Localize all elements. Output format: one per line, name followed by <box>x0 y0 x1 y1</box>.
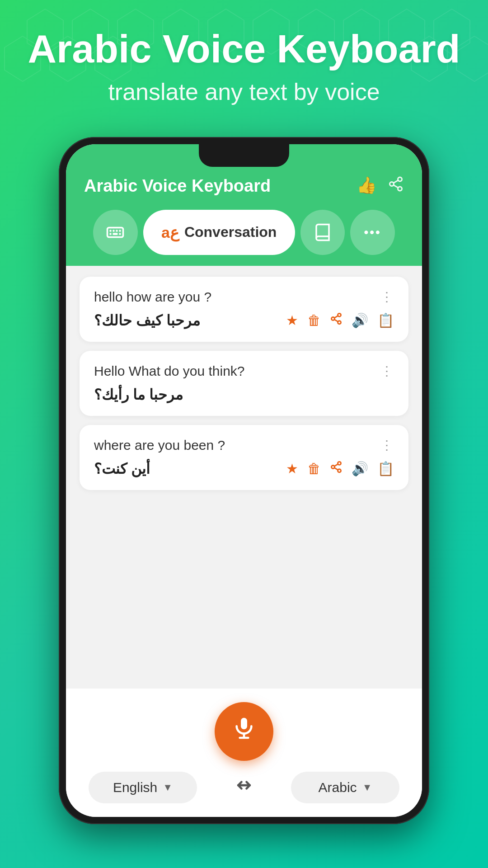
svg-rect-20 <box>108 227 123 237</box>
svg-line-31 <box>334 320 338 322</box>
svg-line-19 <box>394 180 398 183</box>
hero-title: Arabic Voice Keyboard <box>27 27 461 71</box>
source-language-chevron: ▼ <box>163 782 173 793</box>
copy-icon-3[interactable]: 📋 <box>377 461 394 476</box>
target-language-chevron: ▼ <box>362 782 372 793</box>
more-tab[interactable]: ••• <box>350 210 395 255</box>
card-bottom-1: مرحبا كيف حالك؟ ★ 🗑 🔊 📋 <box>94 312 394 329</box>
card-bottom-3: أين كنت؟ ★ 🗑 🔊 📋 <box>94 460 394 477</box>
app-title-row: Arabic Voice Keyboard 👍 <box>84 176 404 196</box>
hero-subtitle: translate any text by voice <box>27 78 461 105</box>
translation-card-2: Hello What do you think? ⋮ مرحبا ما رأيك… <box>80 351 408 416</box>
card-top-1: hello how are you ? ⋮ <box>94 289 394 305</box>
card-top-2: Hello What do you think? ⋮ <box>94 363 394 379</box>
source-text-2: Hello What do you think? <box>94 363 380 379</box>
swap-languages-button[interactable] <box>234 775 254 799</box>
header-icons: 👍 <box>357 176 404 196</box>
mic-icon <box>231 716 257 747</box>
translated-text-2: مرحبا ما رأيك؟ <box>94 386 183 403</box>
phone-wrapper: Arabic Voice Keyboard 👍 <box>0 137 488 824</box>
copy-icon-1[interactable]: 📋 <box>377 312 394 328</box>
hero-section: Arabic Voice Keyboard translate any text… <box>0 0 488 123</box>
phone-screen: Arabic Voice Keyboard 👍 <box>66 144 422 817</box>
mic-button[interactable] <box>215 702 273 761</box>
more-options-2[interactable]: ⋮ <box>380 363 394 378</box>
phone-notch <box>199 144 289 167</box>
more-options-3[interactable]: ⋮ <box>380 438 394 453</box>
action-icons-1: ★ 🗑 🔊 📋 <box>286 312 394 328</box>
svg-rect-38 <box>241 718 247 730</box>
keyboard-tab[interactable] <box>93 210 138 255</box>
source-language-button[interactable]: English ▼ <box>89 772 197 803</box>
share-action-icon-3[interactable] <box>330 461 343 476</box>
svg-line-18 <box>394 185 398 188</box>
source-text-3: where are you been ? <box>94 438 380 453</box>
svg-line-32 <box>334 316 338 318</box>
bottom-area: English ▼ Arabic ▼ <box>66 689 422 817</box>
source-language-label: English <box>113 780 157 795</box>
card-top-3: where are you been ? ⋮ <box>94 438 394 453</box>
share-icon[interactable] <box>388 176 404 196</box>
target-language-button[interactable]: Arabic ▼ <box>291 772 399 803</box>
delete-icon-1[interactable]: 🗑 <box>307 313 321 328</box>
star-icon-1[interactable]: ★ <box>286 312 298 328</box>
speaker-icon-1[interactable]: 🔊 <box>352 312 368 328</box>
tab-bar: aع Conversation ••• <box>84 210 404 266</box>
more-options-1[interactable]: ⋮ <box>380 289 394 304</box>
app-title: Arabic Voice Keyboard <box>84 176 271 196</box>
card-bottom-2: مرحبا ما رأيك؟ <box>94 386 394 403</box>
delete-icon-3[interactable]: 🗑 <box>307 461 321 476</box>
conversation-tab[interactable]: aع Conversation <box>143 210 295 255</box>
translated-text-3: أين كنت؟ <box>94 460 150 477</box>
source-text-1: hello how are you ? <box>94 289 380 305</box>
content-area: hello how are you ? ⋮ مرحبا كيف حالك؟ ★ … <box>66 266 422 689</box>
translation-card-1: hello how are you ? ⋮ مرحبا كيف حالك؟ ★ … <box>80 277 408 342</box>
translated-text-1: مرحبا كيف حالك؟ <box>94 312 200 329</box>
like-icon[interactable]: 👍 <box>357 176 377 196</box>
star-icon-3[interactable]: ★ <box>286 461 298 476</box>
phone-frame: Arabic Voice Keyboard 👍 <box>59 137 429 824</box>
book-tab[interactable] <box>300 210 345 255</box>
conversation-tab-icon: aع <box>161 223 179 241</box>
action-icons-3: ★ 🗑 🔊 📋 <box>286 461 394 476</box>
svg-line-37 <box>334 464 338 467</box>
conversation-tab-label: Conversation <box>184 224 277 241</box>
translation-card-3: where are you been ? ⋮ أين كنت؟ ★ 🗑 <box>80 425 408 490</box>
speaker-icon-3[interactable]: 🔊 <box>352 461 368 476</box>
target-language-label: Arabic <box>319 780 357 795</box>
svg-line-36 <box>334 468 338 470</box>
language-row: English ▼ Arabic ▼ <box>84 772 404 803</box>
share-action-icon-1[interactable] <box>330 312 343 328</box>
